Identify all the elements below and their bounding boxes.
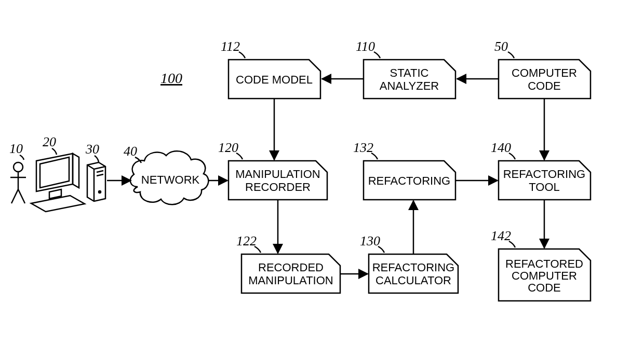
computer-code-text-1: COMPUTER bbox=[512, 66, 577, 79]
refactor-calc-text-1: REFACTORING bbox=[372, 261, 455, 274]
diagram-title: 100 bbox=[160, 70, 182, 86]
manip-rec-text-2: RECORDER bbox=[245, 181, 311, 193]
block-code-model: CODE MODEL bbox=[229, 60, 320, 99]
leader-50 bbox=[508, 52, 514, 58]
refactor-calc-text-2: CALCULATOR bbox=[375, 274, 451, 287]
block-manipulation-recorder: MANIPULATION RECORDER bbox=[229, 161, 327, 200]
leader-110 bbox=[374, 52, 380, 58]
static-analyzer-text-1: STATIC bbox=[390, 66, 429, 79]
refactor-tool-text-1: REFACTORING bbox=[503, 168, 586, 181]
label-140: 140 bbox=[491, 140, 511, 155]
block-computer-code: COMPUTER CODE bbox=[499, 60, 591, 99]
label-50: 50 bbox=[494, 39, 508, 54]
tower-icon bbox=[87, 162, 105, 201]
network-label: NETWORK bbox=[141, 173, 200, 186]
diagram: 100 10 20 30 NETWORK 40 C bbox=[0, 0, 644, 360]
block-recorded-manipulation: RECORDED MANIPULATION bbox=[242, 254, 340, 293]
block-refactored-code: REFACTORED COMPUTER CODE bbox=[499, 249, 591, 301]
svg-line-5 bbox=[97, 171, 103, 172]
refactored-code-text-3: CODE bbox=[528, 281, 561, 294]
refactored-code-text-1: REFACTORED bbox=[505, 257, 583, 270]
user-icon bbox=[10, 162, 26, 203]
leader-132 bbox=[371, 153, 378, 159]
leader-112 bbox=[239, 52, 245, 58]
leader-130 bbox=[378, 246, 384, 253]
computer-code-text-2: CODE bbox=[528, 79, 561, 92]
leader-122 bbox=[254, 246, 261, 253]
refactor-tool-text-2: TOOL bbox=[529, 181, 560, 193]
leader-10 bbox=[20, 155, 24, 160]
rec-manip-text-2: MANIPULATION bbox=[248, 274, 333, 287]
block-refactoring-tool: REFACTORING TOOL bbox=[499, 161, 591, 200]
network-cloud: NETWORK bbox=[130, 151, 208, 204]
label-132: 132 bbox=[353, 140, 373, 155]
svg-point-0 bbox=[14, 162, 23, 172]
block-refactoring-calculator: REFACTORING CALCULATOR bbox=[369, 254, 458, 293]
block-static-analyzer: STATIC ANALYZER bbox=[364, 60, 455, 99]
svg-line-2 bbox=[11, 189, 18, 203]
label-110: 110 bbox=[356, 39, 375, 54]
label-20: 20 bbox=[43, 134, 56, 149]
static-analyzer-text-2: ANALYZER bbox=[380, 79, 439, 92]
leader-120 bbox=[236, 153, 243, 159]
label-112: 112 bbox=[221, 39, 240, 54]
leader-140 bbox=[509, 153, 515, 159]
leader-142 bbox=[509, 241, 515, 247]
label-40: 40 bbox=[124, 144, 137, 159]
label-120: 120 bbox=[218, 140, 238, 155]
label-10: 10 bbox=[9, 141, 23, 156]
svg-line-3 bbox=[18, 189, 25, 203]
label-142: 142 bbox=[491, 228, 511, 243]
monitor-icon bbox=[31, 154, 85, 212]
rec-manip-text-1: RECORDED bbox=[258, 261, 324, 274]
svg-point-7 bbox=[99, 191, 101, 193]
refactoring-text: REFACTORING bbox=[368, 174, 451, 187]
block-refactoring: REFACTORING bbox=[364, 161, 455, 200]
code-model-text: CODE MODEL bbox=[236, 73, 313, 86]
label-30: 30 bbox=[85, 142, 99, 157]
refactored-code-text-2: COMPUTER bbox=[512, 269, 577, 282]
label-122: 122 bbox=[236, 233, 257, 248]
manip-rec-text-1: MANIPULATION bbox=[235, 168, 320, 181]
label-130: 130 bbox=[360, 233, 380, 248]
svg-line-6 bbox=[97, 174, 103, 176]
